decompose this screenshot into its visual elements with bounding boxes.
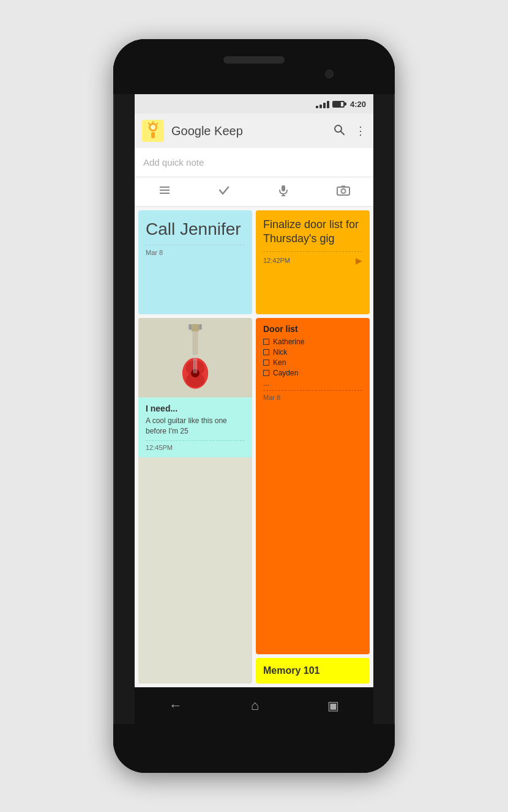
front-camera bbox=[325, 70, 334, 78]
phone-device: 4:20 Google Keep bbox=[113, 39, 395, 773]
memory-title: Memory 101 bbox=[263, 665, 362, 676]
toolbar-icons: ⋮ bbox=[333, 124, 366, 139]
svg-line-5 bbox=[157, 124, 158, 125]
screen: 4:20 Google Keep bbox=[135, 94, 373, 724]
door-item-text-0: Katherine bbox=[273, 338, 304, 346]
note-memory[interactable]: Memory 101 bbox=[256, 658, 370, 684]
i-need-title: I need... bbox=[146, 404, 245, 413]
app-title: Google Keep bbox=[171, 124, 333, 138]
svg-rect-2 bbox=[151, 132, 155, 138]
check-icon[interactable] bbox=[218, 184, 230, 199]
battery-icon bbox=[332, 101, 345, 108]
svg-rect-10 bbox=[160, 190, 170, 191]
mic-icon[interactable] bbox=[277, 184, 289, 199]
checkbox-3 bbox=[263, 370, 269, 376]
door-list-item-3: Cayden bbox=[263, 369, 362, 377]
door-item-text-3: Cayden bbox=[273, 369, 298, 377]
svg-line-8 bbox=[341, 131, 345, 135]
home-button[interactable]: ⌂ bbox=[251, 698, 259, 714]
svg-line-6 bbox=[149, 124, 150, 125]
checkbox-1 bbox=[263, 349, 269, 355]
door-item-text-1: Nick bbox=[273, 348, 287, 356]
status-time: 4:20 bbox=[350, 100, 366, 109]
note-i-need-section: I need... A cool guitar like this one be… bbox=[138, 397, 252, 457]
note-door-list[interactable]: Door list Katherine Nick Ken bbox=[256, 318, 370, 654]
signal-icon bbox=[316, 100, 329, 108]
svg-point-16 bbox=[341, 189, 345, 193]
svg-rect-12 bbox=[282, 185, 285, 191]
svg-rect-11 bbox=[160, 193, 170, 194]
left-column: Call Jennifer Mar 8 bbox=[138, 210, 252, 684]
app-logo bbox=[142, 120, 164, 142]
camera-icon[interactable] bbox=[337, 185, 350, 199]
signal-bar-3 bbox=[323, 103, 326, 108]
i-need-body: A cool guitar like this one before I'm 2… bbox=[146, 416, 245, 437]
svg-rect-15 bbox=[337, 187, 349, 195]
door-list-item-0: Katherine bbox=[263, 338, 362, 346]
note-finalize[interactable]: Finalize door list for Thursday's gig 12… bbox=[256, 210, 370, 314]
door-list-item-2: Ken bbox=[263, 358, 362, 367]
i-need-time: 12:45PM bbox=[146, 440, 245, 451]
door-list-date: Mar 8 bbox=[263, 390, 362, 401]
signal-bar-2 bbox=[319, 105, 322, 108]
finalize-time: 12:42PM bbox=[263, 257, 290, 264]
app-bar: Google Keep ⋮ bbox=[135, 114, 373, 148]
phone-bottom-bezel bbox=[113, 724, 395, 773]
play-icon[interactable]: ▶ bbox=[356, 256, 362, 265]
door-list-item-1: Nick bbox=[263, 348, 362, 356]
search-icon[interactable] bbox=[333, 124, 345, 139]
svg-rect-26 bbox=[191, 324, 200, 331]
finalize-title: Finalize door list for Thursday's gig bbox=[263, 218, 362, 246]
back-button[interactable]: ← bbox=[169, 698, 182, 714]
door-list-more: ... bbox=[263, 379, 362, 388]
call-jennifer-date: Mar 8 bbox=[146, 245, 245, 256]
door-list-title: Door list bbox=[263, 324, 362, 334]
call-jennifer-title: Call Jennifer bbox=[146, 219, 245, 240]
door-item-text-2: Ken bbox=[273, 358, 286, 367]
note-call-jennifer[interactable]: Call Jennifer Mar 8 bbox=[138, 210, 252, 314]
speaker-grill bbox=[223, 56, 285, 64]
right-column: Finalize door list for Thursday's gig 12… bbox=[256, 210, 370, 684]
phone-top-bezel bbox=[113, 39, 395, 94]
recents-button[interactable]: ▣ bbox=[327, 698, 339, 713]
finalize-footer: 12:42PM ▶ bbox=[263, 251, 362, 265]
signal-bar-1 bbox=[316, 106, 318, 108]
status-icons: 4:20 bbox=[316, 100, 366, 109]
input-type-bar bbox=[135, 177, 373, 207]
checkbox-0 bbox=[263, 339, 269, 345]
svg-point-3 bbox=[151, 125, 155, 130]
notes-grid: Call Jennifer Mar 8 bbox=[135, 207, 373, 687]
signal-bar-4 bbox=[327, 101, 329, 108]
quick-note-bar[interactable]: Add quick note bbox=[135, 148, 373, 177]
note-guitar[interactable]: I need... A cool guitar like this one be… bbox=[138, 318, 252, 684]
checkbox-2 bbox=[263, 360, 269, 366]
quick-note-placeholder: Add quick note bbox=[143, 157, 204, 168]
status-bar: 4:20 bbox=[135, 94, 373, 114]
more-icon[interactable]: ⋮ bbox=[355, 124, 366, 138]
svg-point-21 bbox=[191, 369, 200, 378]
svg-point-28 bbox=[189, 327, 192, 330]
battery-fill bbox=[334, 102, 341, 106]
bottom-nav: ← ⌂ ▣ bbox=[135, 687, 373, 724]
guitar-image bbox=[138, 318, 252, 397]
svg-point-30 bbox=[199, 327, 202, 330]
svg-rect-9 bbox=[160, 186, 170, 188]
list-icon[interactable] bbox=[159, 184, 171, 199]
